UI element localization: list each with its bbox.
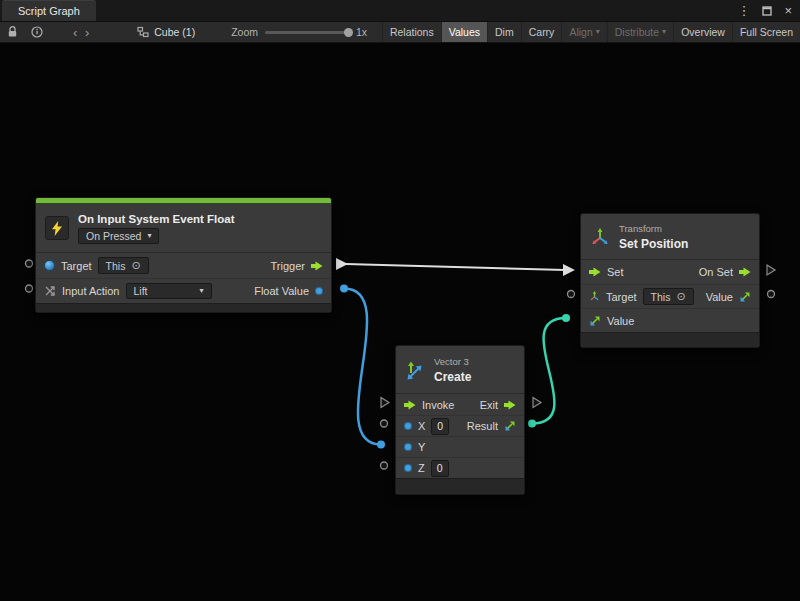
- onset-port-label: On Set: [699, 266, 733, 278]
- graph-canvas[interactable]: On Input System Event Float On Pressed ▾…: [0, 43, 800, 601]
- graph-object-breadcrumb[interactable]: Cube (1): [137, 26, 195, 38]
- port-event-target-input[interactable]: [26, 260, 33, 267]
- port-floatvalue-connected[interactable]: [340, 285, 348, 293]
- float-port-dot[interactable]: [315, 287, 323, 295]
- vector-port-icon[interactable]: [504, 420, 516, 432]
- row-invoke: Invoke Exit: [396, 394, 524, 415]
- trigger-port-label: Trigger: [271, 260, 305, 272]
- fullscreen-button[interactable]: Full Screen: [732, 22, 800, 42]
- node-title: On Input System Event Float: [78, 213, 235, 225]
- node-vector3-create[interactable]: Vector 3 Create Invoke Exit: [395, 345, 525, 495]
- result-port-label: Result: [467, 420, 498, 432]
- input-action-port-label: Input Action: [62, 285, 120, 297]
- vector3-icon: [405, 360, 425, 380]
- lightning-icon: [45, 216, 69, 240]
- transform-axes-icon: [589, 291, 600, 302]
- event-mode-dropdown[interactable]: On Pressed ▾: [78, 228, 159, 244]
- y-port-label: Y: [418, 441, 425, 453]
- node-footer: [581, 332, 759, 347]
- script-graph-icon: [137, 26, 149, 38]
- align-dropdown-button[interactable]: Align▾: [561, 22, 606, 42]
- node-subtitle: Vector 3: [434, 356, 469, 367]
- target-object-value: This: [106, 260, 126, 272]
- target-object-chip[interactable]: This ⊙: [643, 288, 694, 305]
- wire-result-to-value[interactable]: [532, 318, 566, 424]
- row-set: Set On Set: [581, 260, 759, 284]
- x-port-label: X: [418, 420, 425, 432]
- graph-toolbar: ‹ › Cube (1) Zoom 1x Relations Values Di…: [0, 22, 800, 43]
- kebab-menu-icon[interactable]: ⋮: [737, 4, 750, 17]
- port-event-inputaction-input[interactable]: [26, 285, 33, 292]
- wire-trigger-to-set[interactable]: [346, 264, 565, 270]
- input-action-icon: [44, 285, 56, 297]
- port-setposition-target-input[interactable]: [568, 291, 575, 298]
- x-value-input[interactable]: 0: [431, 418, 449, 435]
- y-port-dot[interactable]: [404, 443, 412, 451]
- dim-button[interactable]: Dim: [487, 22, 521, 42]
- breadcrumb-arrows-icon[interactable]: ‹ ›: [73, 25, 91, 40]
- target-port-label: Target: [61, 260, 92, 272]
- node-footer: [36, 303, 331, 312]
- set-port-label: Set: [607, 266, 624, 278]
- float-value-port-label: Float Value: [254, 285, 309, 297]
- port-invoke-input[interactable]: [381, 398, 389, 408]
- target-object-value: This: [651, 291, 671, 303]
- z-port-label: Z: [418, 462, 425, 474]
- carry-button[interactable]: Carry: [521, 22, 562, 42]
- invoke-port-label: Invoke: [422, 399, 454, 411]
- zoom-label: Zoom: [231, 26, 258, 38]
- port-exit-output[interactable]: [533, 398, 541, 408]
- row-target: Target This ⊙ Value: [581, 284, 759, 308]
- maximize-icon[interactable]: [762, 6, 772, 16]
- port-z-input[interactable]: [381, 462, 388, 469]
- port-y-connected[interactable]: [377, 441, 385, 449]
- distribute-dropdown-button[interactable]: Distribute▾: [607, 22, 673, 42]
- values-button[interactable]: Values: [441, 22, 487, 42]
- zoom-slider-handle[interactable]: [344, 28, 353, 37]
- overview-button[interactable]: Overview: [673, 22, 732, 42]
- value-out-port-label: Value: [706, 291, 733, 303]
- object-picker-icon: ⊙: [676, 290, 685, 303]
- z-value-input[interactable]: 0: [431, 460, 449, 477]
- flow-arrow-icon[interactable]: [311, 261, 323, 271]
- flow-arrow-icon[interactable]: [504, 400, 516, 410]
- wire-floatvalue-to-y[interactable]: [344, 289, 381, 445]
- node-on-input-system-event-float[interactable]: On Input System Event Float On Pressed ▾…: [35, 197, 332, 313]
- port-value-output[interactable]: [768, 291, 775, 298]
- node-transform-set-position[interactable]: Transform Set Position Set On Set: [580, 213, 760, 348]
- row-z: Z 0: [396, 457, 524, 478]
- zoom-value: 1x: [356, 26, 367, 38]
- flow-arrow-icon[interactable]: [404, 400, 416, 410]
- target-port-label: Target: [606, 291, 637, 303]
- value-in-port-label: Value: [607, 315, 634, 327]
- window-titlebar: Script Graph ⋮ ×: [0, 0, 800, 22]
- wire-end-arrow[interactable]: [563, 264, 575, 276]
- row-value-in: Value: [581, 308, 759, 332]
- vector-port-icon[interactable]: [589, 315, 601, 327]
- tab-script-graph[interactable]: Script Graph: [2, 0, 96, 21]
- target-object-chip[interactable]: This ⊙: [98, 257, 149, 274]
- input-action-dropdown[interactable]: Lift ▾: [126, 283, 212, 299]
- port-onset-output[interactable]: [767, 265, 775, 275]
- lock-icon[interactable]: [7, 26, 18, 38]
- vector-port-icon[interactable]: [739, 291, 751, 303]
- zoom-slider[interactable]: [265, 31, 349, 34]
- node-title: Set Position: [619, 237, 688, 251]
- port-x-input[interactable]: [381, 420, 388, 427]
- x-port-dot[interactable]: [404, 422, 412, 430]
- flow-arrow-icon[interactable]: [739, 267, 751, 277]
- close-icon[interactable]: ×: [784, 4, 792, 17]
- chevron-down-icon: ▾: [199, 287, 203, 295]
- chevron-down-icon: ▾: [596, 28, 600, 36]
- event-mode-value: On Pressed: [86, 230, 141, 242]
- flow-arrow-icon[interactable]: [589, 267, 601, 277]
- node-footer: [396, 478, 524, 494]
- transform-icon: [590, 227, 610, 247]
- object-picker-icon: ⊙: [131, 259, 140, 272]
- z-port-dot[interactable]: [404, 464, 412, 472]
- port-value-in-connected[interactable]: [562, 314, 570, 322]
- relations-button[interactable]: Relations: [382, 22, 441, 42]
- port-result-connected[interactable]: [528, 420, 536, 428]
- info-icon[interactable]: [31, 26, 43, 38]
- row-target: Target This ⊙ Trigger: [36, 253, 331, 278]
